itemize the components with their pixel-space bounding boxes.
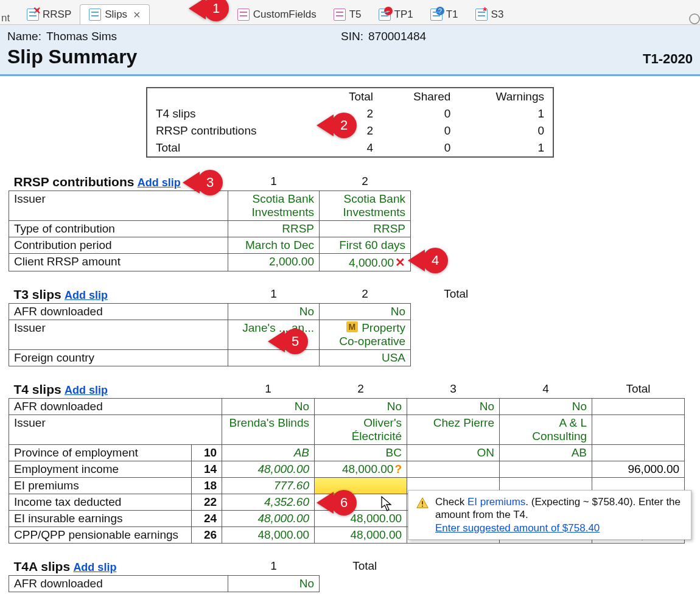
name-label: Name: bbox=[7, 30, 41, 43]
summary-row: T4 slips 2 0 1 bbox=[147, 105, 553, 122]
summary-row: Total 4 0 1 bbox=[147, 139, 553, 157]
client-header: Name: Thomas Sims SIN: 870001484 Slip Su… bbox=[0, 25, 700, 76]
section-title: T3 slips bbox=[14, 287, 61, 301]
tab-tp1[interactable]: − TP1 bbox=[370, 5, 422, 24]
svg-rect-2 bbox=[422, 506, 423, 507]
content-area: Total Shared Warnings T4 slips 2 0 1 RRS… bbox=[0, 76, 700, 605]
tab-rrsp[interactable]: ✕ RRSP bbox=[18, 5, 80, 24]
table-row: Issuer Jane's ... an... MProperty Co-ope… bbox=[9, 320, 502, 350]
summary-col-warnings: Warnings bbox=[459, 88, 553, 105]
question-badge-icon: ? bbox=[436, 7, 444, 15]
doc-year: T1-2020 bbox=[643, 51, 693, 67]
form-icon: − bbox=[379, 9, 391, 21]
add-slip-link[interactable]: Add slip bbox=[73, 561, 116, 573]
table-row: Type of contribution RRSP RRSP bbox=[9, 221, 411, 237]
section-rrsp: RRSP contributions Add slip 1 2 Issuer S… bbox=[9, 173, 691, 271]
question-icon: ? bbox=[394, 463, 402, 475]
tab-label: Slips bbox=[105, 9, 127, 21]
section-t3: T3 slips Add slip 1 2 Total AFR download… bbox=[9, 286, 691, 366]
tab-customfields[interactable]: CustomFields bbox=[229, 5, 325, 24]
tab-overflow-icon[interactable] bbox=[687, 13, 700, 24]
svg-rect-1 bbox=[422, 501, 423, 505]
tab-label: S3 bbox=[491, 9, 504, 21]
tooltip-keyword: EI premiums bbox=[467, 496, 525, 508]
table-row: Province of employment 10 AB BC ON AB bbox=[9, 445, 685, 461]
table-row: Foreign country USA bbox=[9, 350, 502, 366]
tab-label: T1 bbox=[446, 9, 458, 21]
client-sin: 870001484 bbox=[368, 30, 426, 43]
tab-left-trunc: nt bbox=[0, 12, 18, 24]
form-icon bbox=[334, 9, 346, 21]
form-icon: ? bbox=[430, 9, 443, 21]
section-t4a: T4A slips Add slip 1 Total AFR downloade… bbox=[9, 558, 691, 592]
form-icon: ✕ bbox=[27, 9, 39, 21]
star-badge-icon: * bbox=[481, 7, 489, 15]
warning-icon bbox=[416, 497, 429, 510]
section-title: T4A slips bbox=[14, 559, 71, 573]
add-slip-link[interactable]: Add slip bbox=[65, 289, 108, 301]
section-title: RRSP contributions bbox=[14, 175, 135, 189]
x-icon: ✕ bbox=[395, 256, 405, 269]
memo-chip-icon: M bbox=[346, 321, 359, 332]
minus-badge-icon: − bbox=[384, 7, 393, 15]
table-row: AFR downloaded No No No No bbox=[9, 399, 685, 415]
close-icon[interactable]: × bbox=[133, 9, 141, 21]
add-slip-link[interactable]: Add slip bbox=[65, 384, 108, 396]
table-row: Client RRSP amount 2,000.00 4,000.00✕ bbox=[9, 254, 411, 271]
table-row: AFR downloaded No bbox=[9, 576, 411, 592]
tab-label: RRSP bbox=[43, 9, 71, 21]
client-name: Thomas Sims bbox=[46, 30, 117, 43]
tooltip-suggest-link[interactable]: Enter suggested amount of $758.40 bbox=[435, 522, 600, 534]
summary-col-shared: Shared bbox=[382, 88, 459, 105]
highlighted-cell[interactable] bbox=[315, 478, 407, 494]
rrsp-table: RRSP contributions Add slip 1 2 Issuer S… bbox=[9, 173, 411, 271]
add-slip-link[interactable]: Add slip bbox=[138, 177, 181, 189]
t4a-table: T4A slips Add slip 1 Total AFR downloade… bbox=[9, 558, 411, 592]
form-icon bbox=[89, 9, 101, 21]
tab-t5[interactable]: T5 bbox=[325, 5, 370, 24]
table-row: Issuer Scotia Bank Investments Scotia Ba… bbox=[9, 191, 411, 221]
summary-blank-hdr bbox=[147, 88, 323, 105]
summary-row: RRSP contributions 2 0 0 bbox=[147, 122, 553, 139]
tab-strip: nt ✕ RRSP Slips × CustomFields T5 − TP1 … bbox=[0, 0, 700, 25]
tab-label: T5 bbox=[349, 9, 362, 21]
table-row: Issuer Brenda's Blinds Oliver's Électric… bbox=[9, 415, 685, 445]
warning-tooltip: Check EI premiums. (Expecting ~ $758.40)… bbox=[408, 490, 691, 540]
summary-col-total: Total bbox=[323, 88, 382, 105]
form-icon: * bbox=[475, 9, 488, 21]
summary-table: Total Shared Warnings T4 slips 2 0 1 RRS… bbox=[146, 87, 554, 158]
tab-label: TP1 bbox=[394, 9, 413, 21]
form-icon bbox=[237, 9, 250, 21]
t3-table: T3 slips Add slip 1 2 Total AFR download… bbox=[9, 286, 502, 366]
page-title: Slip Summary bbox=[7, 46, 137, 68]
x-badge-icon: ✕ bbox=[32, 7, 41, 15]
tab-label: CustomFields bbox=[253, 9, 317, 21]
tab-s3[interactable]: * S3 bbox=[467, 5, 513, 24]
table-row: AFR downloaded No No bbox=[9, 304, 502, 320]
tab-slips[interactable]: Slips × bbox=[80, 4, 150, 24]
section-title: T4 slips bbox=[14, 382, 61, 396]
tab-t1[interactable]: ? T1 bbox=[422, 5, 467, 24]
table-row: Contribution period March to Dec First 6… bbox=[9, 237, 411, 254]
svg-point-0 bbox=[690, 14, 699, 24]
sin-label: SIN: bbox=[341, 30, 363, 43]
table-row: Employment income 14 48,000.00 48,000.00… bbox=[9, 461, 685, 478]
